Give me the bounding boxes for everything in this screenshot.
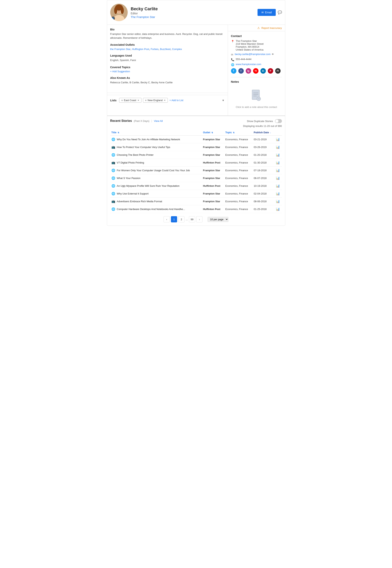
story-outlet-6: Huffinton Post <box>202 182 224 190</box>
page-99-button[interactable]: 99 <box>189 216 195 222</box>
outlet-link-frampton[interactable]: the Frampton Star <box>110 48 131 51</box>
stories-table: Title ⇅ Outlet ⇅ Topic ⇅ Publish Date <box>110 129 282 213</box>
add-to-pitchlist-icon[interactable]: 📊 <box>276 138 280 141</box>
notes-title: Notes <box>231 80 282 83</box>
right-panel: ⚠ Report Inaccuracy Contact 📍 The Frampt… <box>228 25 285 115</box>
duplicate-toggle[interactable] <box>275 119 282 123</box>
add-to-pitchlist-icon[interactable]: 📊 <box>276 208 280 211</box>
story-title-cell-6: 🌐 An Ugly Myspace Profile Will Sure Ruin… <box>110 182 202 190</box>
story-title-cell-8: 📺 Advertisers Embrace Rich Media Format <box>110 198 202 205</box>
story-type-icon-2: 🌐 <box>112 153 115 157</box>
story-date-4: 07-18-2018 <box>252 166 275 174</box>
results-info: Displaying results 11-20 out of 990 <box>110 125 282 127</box>
contact-section: Contact 📍 The Frampton Star 218 West Mar… <box>231 34 282 74</box>
add-to-pitchlist-icon[interactable]: 📊 <box>276 192 280 195</box>
chat-icon[interactable]: 💬 <box>278 10 282 14</box>
outlet-link-huffington[interactable]: Huffington Post <box>132 48 149 51</box>
story-action-6[interactable]: 📊 <box>275 182 282 190</box>
story-title-7[interactable]: Why Use External It Support <box>117 192 149 195</box>
add-to-pitchlist-icon[interactable]: 📊 <box>276 145 280 149</box>
list-tag-new-england[interactable]: ≡ New England ✕ <box>143 98 168 103</box>
story-outlet-1: Frampton Star <box>202 143 224 151</box>
profile-info: Becky Carlite Editor The Frampton Star <box>131 6 258 19</box>
per-page-selector[interactable]: 10 per page 20 per page 50 per page <box>208 217 228 222</box>
per-page-select[interactable]: 10 per page 20 per page 50 per page <box>208 217 228 222</box>
story-action-1[interactable]: 📊 <box>275 143 282 151</box>
story-title-8[interactable]: Advertisers Embrace Rich Media Format <box>117 200 162 203</box>
outlet-link-complex[interactable]: Complex <box>172 48 182 51</box>
story-topic-1: Economics, Finance <box>224 143 252 151</box>
youtube-icon[interactable]: Yt <box>253 68 258 74</box>
profile-actions: ✉ Email 💬 <box>257 9 282 16</box>
col-publish-date[interactable]: Publish Date ↓ <box>252 129 275 136</box>
page-1-button[interactable]: 1 <box>171 216 177 222</box>
list-tag-east-coast[interactable]: ≡ East Coast ✕ <box>119 98 141 103</box>
story-action-2[interactable]: 📊 <box>275 151 282 159</box>
contact-website-link[interactable]: www.framptonstar.com <box>236 63 261 66</box>
page-2-button[interactable]: 2 <box>178 216 184 222</box>
add-to-pitchlist-icon[interactable]: 📊 <box>276 153 280 156</box>
add-to-pitchlist-icon[interactable]: 📊 <box>276 161 280 164</box>
flickr-icon[interactable]: Fl <box>275 68 280 74</box>
pagination: ‹ 1 2 ... 99 › 10 per page 20 per page 5… <box>107 213 285 225</box>
col-outlet[interactable]: Outlet ⇅ <box>202 129 224 136</box>
prev-page-button[interactable]: ‹ <box>164 216 170 222</box>
story-title-1[interactable]: How To Protect Your Computer Very Useful… <box>117 146 170 149</box>
phone-icon: 📞 <box>231 58 234 61</box>
twitter-icon[interactable]: T <box>231 68 236 74</box>
add-to-list-button[interactable]: + Add to List <box>169 99 183 102</box>
story-title-5[interactable]: What S Your Passion <box>117 177 140 180</box>
outlet-link-buzzfeed[interactable]: Buzzfeed <box>160 48 170 51</box>
story-date-3: 01-30-2018 <box>252 159 275 166</box>
story-date-9: 01-25-2018 <box>252 205 275 213</box>
profile-outlet[interactable]: The Frampton Star <box>131 15 258 19</box>
report-inaccuracy-link[interactable]: Report Inaccuracy <box>261 27 282 29</box>
story-action-7[interactable]: 📊 <box>275 190 282 198</box>
lists-dropdown-icon[interactable]: ▼ <box>222 99 224 102</box>
remove-east-coast-button[interactable]: ✕ <box>137 99 139 102</box>
story-action-4[interactable]: 📊 <box>275 166 282 174</box>
add-to-pitchlist-icon[interactable]: 📊 <box>276 177 280 180</box>
svg-point-8 <box>120 10 121 10</box>
table-row: 🌐 Choosing The Best Photo Printer Frampt… <box>110 151 282 159</box>
story-type-icon-3: 📺 <box>112 161 115 165</box>
story-action-8[interactable]: 📊 <box>275 198 282 205</box>
avatar-badge: 👤 <box>111 16 115 20</box>
story-title-3[interactable]: V7 Digital Photo Printing <box>117 161 144 164</box>
col-topic[interactable]: Topic ⇅ <box>224 129 252 136</box>
story-title-4[interactable]: For Women Only Your Computer Usage Could… <box>117 169 190 172</box>
next-page-button[interactable]: › <box>196 216 202 222</box>
outlet-sort-icon: ⇅ <box>211 132 213 134</box>
story-action-3[interactable]: 📊 <box>275 159 282 166</box>
add-suggestion-button[interactable]: + Add Suggestion <box>110 70 224 73</box>
add-to-pitchlist-icon[interactable]: 📊 <box>276 169 280 172</box>
story-action-0[interactable]: 📊 <box>275 136 282 143</box>
instagram-icon[interactable]: Ig <box>246 68 251 74</box>
stories-header: Recent Stories (Past X Days) | View All <box>110 119 163 123</box>
story-title-2[interactable]: Choosing The Best Photo Printer <box>117 153 154 156</box>
email-button[interactable]: ✉ Email <box>257 9 276 16</box>
story-outlet-5: Frampton Star <box>202 174 224 182</box>
story-title-0[interactable]: Why Do You Need To Join An Affiliate Mar… <box>117 138 180 141</box>
remove-new-england-button[interactable]: ✕ <box>164 99 166 102</box>
view-all-link[interactable]: View All <box>154 120 163 123</box>
add-to-pitchlist-icon[interactable]: 📊 <box>276 184 280 188</box>
svg-rect-11 <box>253 93 258 93</box>
notes-placeholder[interactable]: + Click to add a note about this contact <box>231 86 282 112</box>
page-dots: ... <box>186 218 188 221</box>
pinterest-icon[interactable]: P <box>268 68 273 74</box>
add-to-pitchlist-icon[interactable]: 📊 <box>276 200 280 203</box>
profile-role: Editor <box>131 12 258 15</box>
story-type-icon-7: 🌐 <box>112 192 115 195</box>
story-action-9[interactable]: 📊 <box>275 205 282 213</box>
linkedin-icon[interactable]: in <box>260 68 266 74</box>
story-topic-4: Economics, Finance <box>224 166 252 174</box>
story-action-5[interactable]: 📊 <box>275 174 282 182</box>
facebook-icon[interactable]: f <box>238 68 244 74</box>
story-title-6[interactable]: An Ugly Myspace Profile Will Sure Ruin Y… <box>117 184 180 187</box>
story-date-6: 10-19-2018 <box>252 182 275 190</box>
story-title-9[interactable]: Computer Hardware Desktops And Notebooks… <box>117 208 185 211</box>
col-title[interactable]: Title ⇅ <box>110 129 202 136</box>
outlet-link-forbes[interactable]: Forbes <box>151 48 158 51</box>
contact-email-link[interactable]: becky.carlite@framptonstar.com <box>235 53 271 55</box>
